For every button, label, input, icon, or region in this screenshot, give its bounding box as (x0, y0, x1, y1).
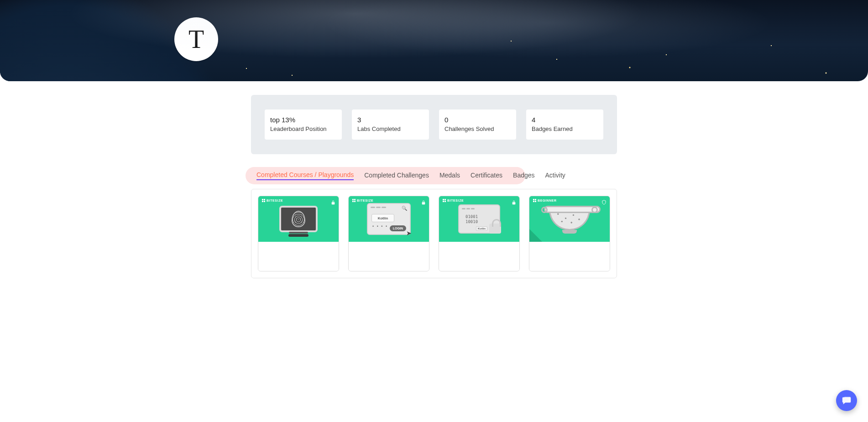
stat-label: Labs Completed (357, 125, 424, 132)
stat-label: Challenges Solved (444, 125, 511, 132)
stat-badges: 4 Badges Earned (526, 109, 603, 140)
kotlin-triangle-icon (529, 229, 542, 242)
stats-panel: top 13% Leaderboard Position 3 Labs Comp… (251, 95, 617, 154)
colander-illustration (549, 208, 590, 230)
course-card-body (439, 242, 519, 271)
course-thumbnail: BITESIZE (258, 196, 339, 242)
profile-hero-banner: T (0, 0, 868, 81)
kotlin-badge: Kotlin (476, 226, 487, 231)
binary-text: 01001 10010 (465, 214, 478, 224)
tab-activity[interactable]: Activity (545, 172, 565, 180)
lock-icon (421, 198, 426, 207)
tab-medals[interactable]: Medals (439, 172, 460, 180)
course-thumbnail: BITESIZE 🔍 Kotlin • • • • LOGIN ➤ (349, 196, 429, 242)
padlock-icon (489, 224, 501, 234)
magnifier-icon: 🔍 (402, 206, 407, 211)
login-button-graphic: LOGIN (390, 225, 406, 231)
lock-icon (512, 198, 516, 207)
course-level-badge: BITESIZE (352, 199, 373, 202)
course-card[interactable]: BITESIZE 🔍 Kotlin • • • • LOGIN ➤ (348, 196, 429, 271)
avatar: T (174, 17, 218, 61)
monitor-illustration (279, 206, 318, 232)
cursor-icon: ➤ (406, 229, 412, 237)
fingerprint-icon (292, 211, 305, 227)
course-level-badge: BITESIZE (262, 199, 283, 202)
course-card-body (258, 242, 339, 271)
course-card[interactable]: BITESIZE (258, 196, 339, 271)
course-level-badge: BITESIZE (443, 199, 464, 202)
lock-icon (331, 198, 335, 207)
login-window-illustration: 🔍 Kotlin • • • • LOGIN ➤ (367, 203, 411, 235)
encrypted-folder-illustration: 01001 10010 Kotlin (458, 204, 500, 234)
stat-value: top 13% (270, 116, 336, 124)
stat-label: Badges Earned (532, 125, 598, 132)
shield-icon (601, 198, 607, 207)
course-thumbnail: BITESIZE 01001 10010 Kotlin (439, 196, 519, 242)
profile-tabs: Completed Courses / Playgrounds Complete… (251, 167, 617, 184)
stat-value: 3 (357, 116, 424, 124)
stat-challenges: 0 Challenges Solved (439, 109, 516, 140)
course-card-body (349, 242, 429, 271)
kotlin-badge: Kotlin (371, 214, 394, 222)
course-card[interactable]: BITESIZE 01001 10010 Kotlin (439, 196, 520, 271)
stat-label: Leaderboard Position (270, 125, 336, 132)
tab-completed-courses[interactable]: Completed Courses / Playgrounds (256, 171, 354, 180)
course-card-body (529, 242, 610, 271)
tab-completed-challenges[interactable]: Completed Challenges (364, 172, 429, 180)
stat-value: 4 (532, 116, 598, 124)
avatar-initial: T (188, 25, 204, 54)
password-dots: • • • • (372, 224, 388, 229)
course-thumbnail: BEGINNER (529, 196, 610, 242)
tab-certificates[interactable]: Certificates (471, 172, 502, 180)
stat-labs: 3 Labs Completed (352, 109, 429, 140)
course-level-badge: BEGINNER (533, 199, 557, 202)
stat-value: 0 (444, 116, 511, 124)
tab-badges[interactable]: Badges (513, 172, 534, 180)
course-card[interactable]: BEGINNER (529, 196, 610, 271)
completed-courses-grid: BITESIZE BITESIZE 🔍 Kotlin • • • (251, 189, 617, 278)
stat-leaderboard: top 13% Leaderboard Position (265, 109, 342, 140)
